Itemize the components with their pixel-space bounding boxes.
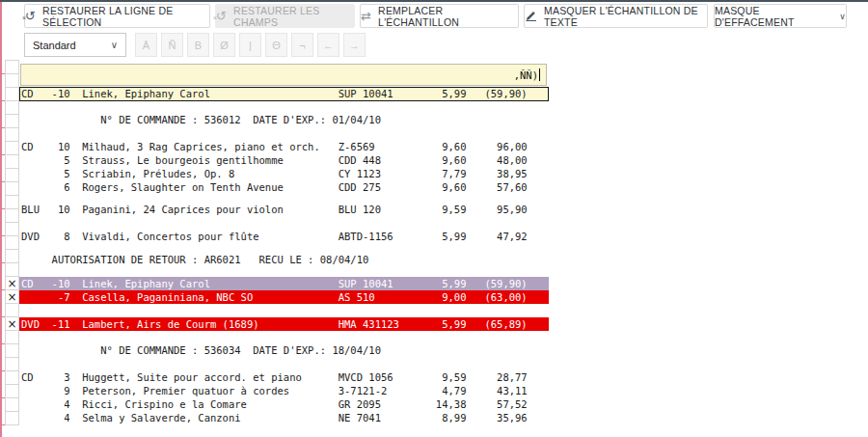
gutter-line: [5, 411, 19, 412]
gutter-line: [5, 397, 19, 398]
gutter-line: [5, 208, 19, 209]
document-line[interactable]: 6 Rogers, Slaughter on Tenth Avenue CDD …: [19, 180, 549, 194]
gutter-line: [5, 262, 19, 263]
left-edge-tick: [0, 343, 5, 344]
deleted-row-x-icon[interactable]: ×: [5, 277, 19, 290]
gutter-line: [5, 141, 19, 142]
deleted-row-x-icon[interactable]: ×: [5, 317, 19, 331]
gutter-line: [5, 195, 19, 196]
gutter-line: [5, 235, 19, 236]
left-edge-tick: [0, 181, 5, 182]
document-line[interactable]: 5 Scriabin, Préludes, Op. 8 CY 1123 7,79…: [19, 167, 549, 180]
gutter-line: [5, 370, 19, 371]
document-line[interactable]: DVD 8 Vivaldi, Concertos pour flûte ABTD…: [19, 230, 549, 243]
selected-row[interactable]: CD -10 Linek, Epiphany Carol SUP 10041 5…: [19, 87, 549, 101]
document-line[interactable]: 4 Selma y Salaverde, Canzoni NE 7041 8,9…: [19, 411, 549, 424]
document-line[interactable]: CD 10 Milhaud, 3 Rag Caprices, piano et …: [19, 140, 549, 153]
gutter-line: [5, 87, 19, 88]
document-line[interactable]: N° DE COMMANDE : 536034 DATE D'EXP.: 18/…: [19, 343, 549, 357]
gutter-line: [5, 343, 19, 344]
document-area: ,ÑÑ) CD -10 Linek, Epiphany Carol SUP 10…: [0, 0, 868, 437]
gutter-line: [5, 357, 19, 358]
left-edge-tick: [0, 154, 5, 155]
gutter-line: [5, 168, 19, 169]
deleted-row-x-icon[interactable]: ×: [5, 290, 19, 304]
document-line[interactable]: CD 3 Huggett, Suite pour accord. et pian…: [19, 370, 549, 384]
left-edge-tick: [0, 370, 5, 371]
document-line[interactable]: 5 Strauss, Le bourgeois gentilhomme CDD …: [19, 153, 549, 167]
gutter-line: [5, 127, 19, 128]
mask-input-value: ,ÑÑ): [514, 69, 538, 81]
deleted-row[interactable]: -7 Casella, Paganiniana, NBC SO AS 510 9…: [19, 290, 549, 304]
left-edge-tick: [0, 235, 5, 236]
gutter-line: [5, 60, 19, 61]
gutter-line: [5, 384, 19, 385]
document-line[interactable]: 9 Peterson, Premier quatuor à cordes 3-7…: [19, 384, 549, 397]
document-line[interactable]: AUTORISATION DE RETOUR : AR6021 RECU LE …: [19, 253, 549, 266]
gutter-line: [5, 424, 19, 425]
mask-input-field[interactable]: ,ÑÑ): [20, 64, 547, 86]
deleted-row[interactable]: DVD -11 Lambert, Airs de Courm (1689) HM…: [19, 317, 549, 331]
left-edge-tick: [0, 73, 5, 74]
left-edge-tick: [0, 100, 5, 101]
left-edge-tick: [0, 424, 5, 425]
deleted-row[interactable]: CD -10 Linek, Epiphany Carol SUP 10041 5…: [19, 277, 549, 290]
left-edge-tick: [0, 208, 5, 209]
document-line[interactable]: 4 Ricci, Crispino e la Comare GR 2095 14…: [19, 397, 549, 411]
gutter-line: [5, 100, 19, 101]
gutter-line: [5, 181, 19, 182]
gutter-line: [5, 154, 19, 155]
left-edge-tick: [0, 127, 5, 128]
document-line[interactable]: BLU 10 Paganini, 24 Caprices pour violon…: [19, 203, 549, 216]
gutter-line: [5, 222, 19, 223]
gutter-line: [5, 73, 19, 74]
left-edge-tick: [0, 397, 5, 398]
gutter-line: [5, 114, 19, 115]
left-edge-tick: [0, 262, 5, 263]
text-cursor: [539, 68, 540, 81]
document-line[interactable]: N° DE COMMANDE : 536012 DATE D'EXP.: 01/…: [19, 113, 549, 126]
gutter-line: [5, 249, 19, 250]
